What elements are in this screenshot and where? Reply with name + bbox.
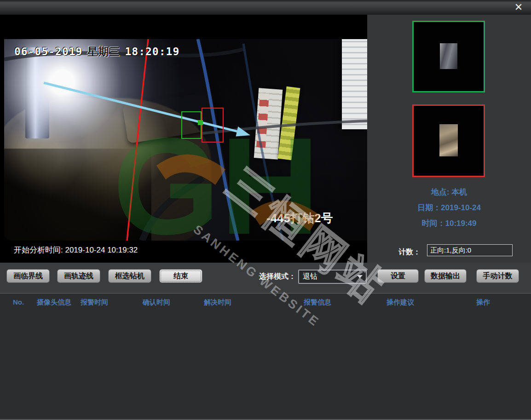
snapshot-patch-forward xyxy=(440,43,457,69)
application-window: ✕ xyxy=(0,0,531,420)
cable-line-horizontal xyxy=(202,121,367,133)
video-panel: 06-05-2019星期三18:20:19 -445打钻2号 开始分析时间: 2… xyxy=(0,15,367,263)
osd-date: 06-05-2019 xyxy=(14,46,82,58)
column-header-alarm-info: 报警信息 xyxy=(304,298,331,307)
title-bar: ✕ xyxy=(0,0,531,15)
detection-box-red xyxy=(202,108,224,143)
close-icon: ✕ xyxy=(514,1,523,13)
snapshot-image-reverse xyxy=(416,109,481,173)
osd-time: 18:20:19 xyxy=(125,46,179,58)
hose-line-dark xyxy=(142,178,203,241)
toolbar: 画临界线 画轨迹线 框选钻机 结束 选择模式： 退钻 设置 数据输出 手动计数 xyxy=(0,263,531,293)
select-drill-button[interactable]: 框选钻机 xyxy=(108,269,151,283)
settings-button[interactable]: 设置 xyxy=(377,269,419,283)
end-button[interactable]: 结束 xyxy=(159,269,202,283)
data-export-button[interactable]: 数据输出 xyxy=(424,269,467,283)
close-button[interactable]: ✕ xyxy=(511,1,526,14)
column-header-alarm-time: 报警时间 xyxy=(81,298,108,307)
tracking-dot xyxy=(198,120,203,125)
date-text: 日期：2019-10-24 xyxy=(367,202,531,213)
alarm-table: No. 摄像头信息 报警时间 确认时间 解决时间 报警信息 操作建议 操作 xyxy=(0,293,531,420)
snapshot-patch-reverse xyxy=(439,124,458,156)
mode-select-label: 选择模式： xyxy=(259,272,296,282)
count-label: 计数： xyxy=(398,247,421,257)
location-text: 地点: 本机 xyxy=(367,187,531,197)
snapshot-image-forward xyxy=(416,25,481,88)
mode-selected-value: 退钻 xyxy=(299,272,357,282)
draw-track-button[interactable]: 画轨迹线 xyxy=(57,269,100,283)
boundary-line-red xyxy=(127,39,148,241)
camera-video-feed[interactable]: 06-05-2019星期三18:20:19 -445打钻2号 xyxy=(4,39,367,241)
detection-box-green xyxy=(181,111,202,139)
side-panel: 地点: 本机 日期：2019-10-24 时间：10:19:49 计数： xyxy=(367,15,531,263)
detection-snapshot-reverse xyxy=(412,104,485,177)
column-header-resolve-time: 解决时间 xyxy=(204,298,231,307)
chevron-down-icon xyxy=(357,275,363,278)
column-header-action: 操作 xyxy=(476,298,490,307)
manual-count-button[interactable]: 手动计数 xyxy=(476,269,519,283)
column-header-confirm-time: 确认时间 xyxy=(143,298,170,307)
column-header-no: No. xyxy=(13,298,24,306)
column-header-suggestion: 操作建议 xyxy=(387,298,414,307)
column-header-camera-info: 摄像头信息 xyxy=(37,298,71,307)
mode-select-dropdown[interactable]: 退钻 xyxy=(298,270,367,284)
detection-snapshot-forward xyxy=(412,21,485,92)
draw-boundary-button[interactable]: 画临界线 xyxy=(6,269,50,283)
camera-label: -445打钻2号 xyxy=(266,210,333,226)
count-input[interactable] xyxy=(427,244,513,256)
osd-timestamp: 06-05-2019星期三18:20:19 xyxy=(14,45,179,59)
time-text: 时间：10:19:49 xyxy=(367,218,531,229)
analysis-start-time: 开始分析时间: 2019-10-24 10:19:32 xyxy=(14,245,138,255)
osd-weekday: 星期三 xyxy=(87,46,120,58)
